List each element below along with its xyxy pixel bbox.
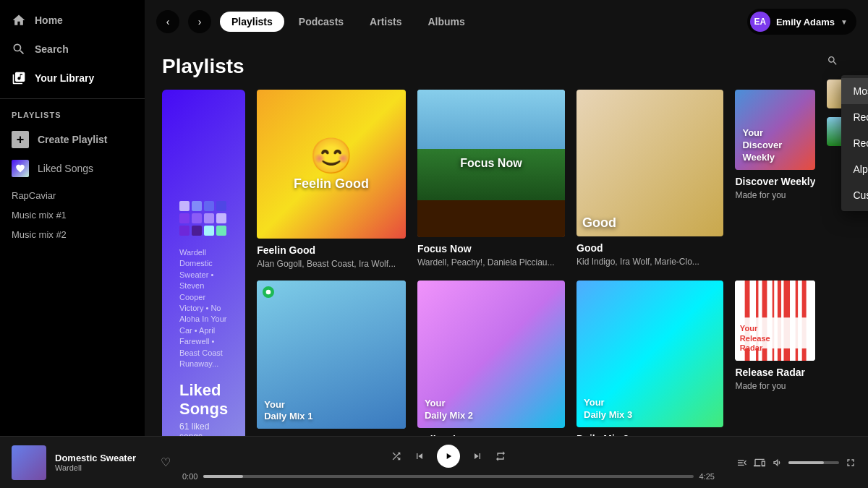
search-library-button[interactable]: [827, 55, 838, 67]
progress-fill: [203, 475, 242, 478]
sidebar: Home Search Your Library PLAYLISTS + Cre…: [0, 0, 145, 436]
dropdown-recently-added[interactable]: Recently added: [841, 130, 868, 156]
top-bar: ‹ › Playlists Podcasts Artists Albums EA…: [145, 0, 868, 43]
create-playlist-button[interactable]: + Create Playlist: [0, 125, 145, 154]
tab-podcasts[interactable]: Podcasts: [287, 12, 355, 32]
daily-mix-1-thumb: YourDaily Mix 1: [257, 281, 406, 429]
liked-songs-decoration: [179, 201, 226, 236]
volume-button[interactable]: [771, 457, 783, 468]
play-button[interactable]: [437, 445, 460, 468]
good-title: Good: [576, 242, 723, 254]
plus-icon: +: [12, 131, 29, 148]
liked-songs-title: Liked Songs: [179, 381, 228, 419]
chevron-down-icon: ▼: [841, 18, 848, 26]
user-avatar: EA: [750, 12, 770, 32]
playlist-musicmix1[interactable]: Music mix #1: [0, 205, 145, 225]
focus-now-thumb: Focus Now: [417, 90, 565, 237]
time-total: 4:25: [699, 472, 715, 481]
devices-button[interactable]: [754, 457, 765, 468]
home-icon: [12, 13, 26, 27]
back-button[interactable]: ‹: [156, 10, 179, 33]
feelin-good-title: Feelin Good: [257, 244, 406, 256]
previous-button[interactable]: [414, 450, 425, 462]
feelin-good-desc: Alan Gogoll, Beast Coast, Ira Wolf...: [257, 259, 406, 269]
playlist-card-good[interactable]: Good Good Kid Indigo, Ira Wolf, Marie-Cl…: [576, 90, 723, 269]
dropdown-recently-played[interactable]: Recently played ✓: [841, 104, 868, 130]
sidebar-item-home[interactable]: Home: [0, 6, 145, 35]
daily-mix-3-thumb: YourDaily Mix 3: [576, 281, 723, 427]
search-icon: [12, 42, 26, 56]
dropdown-custom-order[interactable]: Custom order: [841, 182, 868, 208]
player-bar: Domestic Sweater Wardell ♡: [0, 436, 868, 488]
playlist-card-release-radar[interactable]: Your Release Radar Release Radar Made fo…: [735, 281, 815, 436]
liked-songs-card[interactable]: Wardell Domestic Sweater • Steven Cooper…: [162, 90, 245, 436]
liked-songs-sidebar-item[interactable]: Liked Songs: [0, 154, 145, 183]
tab-artists[interactable]: Artists: [358, 12, 413, 32]
progress-track[interactable]: [203, 475, 693, 478]
sidebar-item-search[interactable]: Search: [0, 35, 145, 64]
liked-songs-description: Wardell Domestic Sweater • Steven Cooper…: [179, 247, 228, 369]
tab-albums[interactable]: Albums: [416, 12, 476, 32]
forward-button[interactable]: ›: [188, 10, 211, 33]
right-panel-header: Recently played ▲ Most relevant Recently…: [827, 55, 868, 67]
playlist-musicmix2[interactable]: Music mix #2: [0, 225, 145, 244]
player-right-controls: [726, 457, 856, 468]
discover-weekly-desc: Made for you: [735, 190, 815, 200]
time-current: 0:00: [182, 472, 197, 481]
now-playing-info: Domestic Sweater Wardell: [55, 453, 152, 472]
repeat-button[interactable]: [495, 450, 506, 462]
content-area: Playlists: [145, 43, 868, 436]
release-radar-desc: Made for you: [735, 381, 815, 391]
playlist-card-daily-mix-2[interactable]: YourDaily Mix 2 Daily Mix 2 The Serious …: [417, 281, 565, 436]
page-title: Playlists: [162, 55, 815, 78]
shuffle-button[interactable]: [391, 450, 402, 462]
tab-nav: Playlists Podcasts Artists Albums: [220, 12, 739, 32]
playlists-section-label: PLAYLISTS: [0, 105, 145, 125]
main-content: ‹ › Playlists Podcasts Artists Albums EA…: [145, 0, 868, 436]
playlist-card-daily-mix-1[interactable]: YourDaily Mix 1 Daily Mix 1 Gene Evaro J…: [257, 281, 406, 436]
volume-track[interactable]: [788, 461, 839, 464]
feelin-good-thumb: 😊 Feelin Good: [257, 90, 406, 239]
right-panel: Recently played ▲ Most relevant Recently…: [827, 55, 868, 424]
svg-text:Radar: Radar: [740, 343, 763, 352]
playlists-grid: Wardell Domestic Sweater • Steven Cooper…: [162, 90, 815, 436]
playlist-card-discover-weekly[interactable]: YourDiscoverWeekly Discover Weekly Made …: [735, 90, 815, 269]
dropdown-most-relevant[interactable]: Most relevant: [841, 78, 868, 104]
fullscreen-button[interactable]: [845, 457, 856, 468]
playlist-rapcaviar[interactable]: RapCaviar: [0, 186, 145, 205]
heart-icon: [12, 160, 29, 177]
focus-now-desc: Wardell, Peachy!, Daniela Picciau...: [417, 257, 565, 267]
svg-text:Release: Release: [740, 333, 770, 342]
sidebar-item-library[interactable]: Your Library: [0, 64, 145, 93]
discover-weekly-thumb: YourDiscoverWeekly: [735, 90, 815, 170]
playlist-card-feelin-good[interactable]: 😊 Feelin Good Feelin Good Alan Gogoll, B…: [257, 90, 406, 269]
progress-bar[interactable]: 0:00 4:25: [182, 472, 715, 481]
like-button[interactable]: ♡: [161, 455, 171, 469]
player-controls: 0:00 4:25: [182, 445, 715, 481]
focus-now-title: Focus Now: [417, 243, 565, 254]
plain-playlists: RapCaviar Music mix #1 Music mix #2: [0, 183, 145, 247]
playlists-section: Playlists: [162, 55, 815, 424]
sort-dropdown: Most relevant Recently played ✓ Recently…: [841, 75, 868, 211]
playlist-card-daily-mix-3[interactable]: YourDaily Mix 3 Daily Mix 3 Marie-Clo, N…: [576, 281, 723, 436]
liked-songs-count: 61 liked songs: [179, 421, 228, 436]
svg-point-0: [266, 289, 271, 294]
now-playing: Domestic Sweater Wardell ♡: [12, 445, 171, 480]
good-desc: Kid Indigo, Ira Wolf, Marie-Clo...: [576, 257, 723, 267]
library-icon: [12, 71, 26, 85]
good-thumb: Good: [576, 90, 723, 236]
user-menu[interactable]: EA Emily Adams ▼: [747, 9, 856, 35]
next-button[interactable]: [472, 450, 483, 462]
player-buttons: [391, 445, 506, 468]
volume-fill: [788, 461, 824, 464]
discover-weekly-title: Discover Weekly: [735, 176, 815, 187]
user-name: Emily Adams: [776, 17, 835, 27]
playlist-card-focus-now[interactable]: Focus Now Focus Now Wardell, Peachy!, Da…: [417, 90, 565, 269]
queue-button[interactable]: [736, 457, 748, 468]
release-radar-thumb: Your Release Radar: [735, 281, 815, 361]
release-radar-title: Release Radar: [735, 367, 815, 378]
tab-playlists[interactable]: Playlists: [220, 12, 284, 32]
dropdown-alphabetical[interactable]: Alphabetical: [841, 156, 868, 182]
now-playing-thumb: [12, 445, 46, 480]
daily-mix-2-thumb: YourDaily Mix 2: [417, 281, 565, 428]
